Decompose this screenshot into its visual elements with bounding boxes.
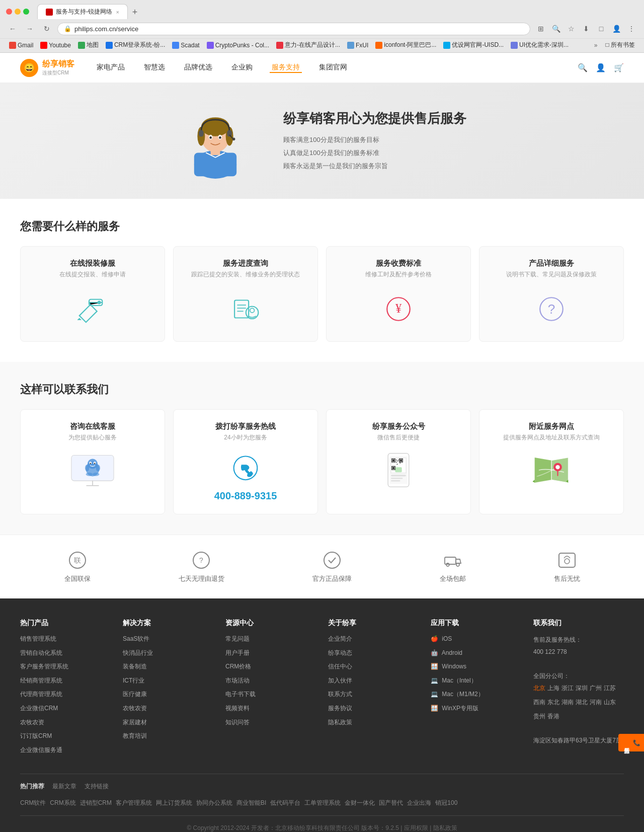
new-tab-button[interactable]: + (128, 5, 142, 19)
footer-link[interactable]: 用户手册 (225, 648, 316, 659)
zoom-icon[interactable]: 🔍 (549, 22, 562, 35)
forward-button[interactable]: → (23, 22, 36, 35)
bookmark-maps[interactable]: 地图 (75, 40, 102, 50)
footer-link[interactable]: CRM价格 (225, 661, 316, 672)
contact-card-hotline[interactable]: 拨打纷享服务热线 24小时为您服务 400-889-9315 (173, 409, 318, 514)
city-beijing[interactable]: 北京 (533, 682, 545, 694)
bookmark-yili[interactable]: 意力-在线产品设计... (273, 40, 343, 50)
footer-link[interactable]: SaaS软件 (123, 634, 213, 645)
nav-brand-premium[interactable]: 品牌优选 (182, 63, 214, 73)
float-service-button[interactable]: 📞 售后服务 (618, 734, 644, 751)
footer-link[interactable]: 农牧农资 (20, 717, 111, 728)
bookmark-scadat[interactable]: Scadat (169, 41, 202, 50)
footer-link-ios[interactable]: 🍎 iOS (431, 634, 521, 645)
contact-card-stores[interactable]: 附近服务网点 提供服务网点及地址及联系方式查询 (479, 409, 624, 514)
city-dongbei[interactable]: 东北 (547, 696, 559, 708)
footer-link[interactable]: 快消品行业 (123, 648, 213, 659)
footer-link[interactable]: ICT行业 (123, 675, 213, 687)
bookmark-uisdc[interactable]: 优设网官网-UISD... (440, 40, 507, 50)
nav-smart-select[interactable]: 智慧选 (142, 63, 167, 73)
footer-link[interactable]: 企业简介 (328, 634, 419, 645)
footer-link[interactable]: 服务协议 (328, 703, 419, 714)
city-guizhou[interactable]: 贵州 (533, 710, 545, 722)
city-zhejiang[interactable]: 浙江 (561, 682, 574, 694)
city-guangzhou[interactable]: 广州 (590, 682, 602, 694)
footer-link[interactable]: 经销商管理系统 (20, 675, 111, 687)
footer-link[interactable]: 常见问题 (225, 634, 316, 645)
city-shanghai[interactable]: 上海 (547, 682, 559, 694)
bookmark-icon[interactable]: ☆ (565, 22, 578, 35)
seo-link-overseas[interactable]: 企业出海 (407, 799, 431, 807)
contact-card-online[interactable]: 咨询在线客服 为您提供贴心服务 (20, 409, 165, 514)
footer-link-android[interactable]: 🤖 Android (431, 648, 521, 659)
seo-link-sales100[interactable]: 销冠100 (435, 799, 457, 807)
maximize-dot[interactable] (23, 9, 29, 15)
nav-group[interactable]: 集团官网 (317, 63, 349, 73)
footer-link[interactable]: 市场活动 (225, 675, 316, 687)
footer-link[interactable]: 销售管理系统 (20, 634, 111, 645)
bookmark-all[interactable]: □ 所有书签 (602, 40, 638, 50)
footer-link[interactable]: 医疗健康 (123, 689, 213, 700)
footer-link-mac-m1[interactable]: 💻 Mac（M1/M2） (431, 689, 521, 700)
seo-link-order-system[interactable]: 网上订货系统 (156, 799, 192, 807)
reload-button[interactable]: ↻ (40, 22, 53, 35)
footer-link[interactable]: 客户服务管理系统 (20, 661, 111, 672)
footer-link[interactable]: 电子书下载 (225, 689, 316, 700)
footer-link[interactable]: 教育培训 (123, 731, 213, 742)
service-card-product[interactable]: 产品详细服务 说明书下载、常见问题及保修政策 ? (479, 246, 624, 342)
city-jiangsu[interactable]: 江苏 (604, 682, 616, 694)
extension-icon[interactable]: □ (595, 22, 608, 35)
user-icon[interactable]: 👤 (596, 63, 606, 73)
footer-link[interactable]: 联系方式 (328, 689, 419, 700)
nav-enterprise[interactable]: 企业购 (229, 63, 255, 73)
close-dot[interactable] (6, 9, 12, 15)
seo-link-crm-software[interactable]: CRM软件 (20, 799, 46, 807)
service-card-fee[interactable]: 服务收费标准 维修工时及配件参考价格 ¥ (326, 246, 471, 342)
footer-link[interactable]: 营销自动化系统 (20, 648, 111, 659)
active-tab[interactable]: 服务与支持-锐捷网络 × (37, 4, 128, 19)
bookmark-fxui[interactable]: FxUI (344, 41, 371, 50)
footer-link-mac-intel[interactable]: 💻 Mac（Intel） (431, 675, 521, 687)
seo-link-crm-lite[interactable]: 进销型CRM (80, 799, 112, 807)
seo-link-oa[interactable]: 协同办公系统 (196, 799, 232, 807)
footer-link[interactable]: 代理商管理系统 (20, 689, 111, 700)
footer-link[interactable]: 农牧农资 (123, 703, 213, 714)
bookmark-gmail[interactable]: Gmail (6, 41, 36, 50)
footer-link[interactable]: 知识问答 (225, 717, 316, 728)
seo-link-customer-mgmt[interactable]: 客户管理系统 (116, 799, 152, 807)
city-hubei[interactable]: 湖北 (576, 696, 588, 708)
footer-link[interactable]: 企业微信服务通 (20, 745, 111, 756)
bottom-link-support[interactable]: 支持链接 (85, 782, 109, 791)
bottom-link-latest[interactable]: 最新文章 (52, 782, 76, 791)
bookmark-ui[interactable]: UI优化需求-深圳... (508, 40, 572, 50)
service-card-progress[interactable]: 服务进度查询 跟踪已提交的安装、维修业务的受理状态 (173, 246, 318, 342)
footer-link-winxp[interactable]: 🪟 WinXP专用版 (431, 703, 521, 714)
city-hunan[interactable]: 湖南 (561, 696, 574, 708)
nav-home-appliances[interactable]: 家电产品 (95, 63, 127, 73)
seo-link-domestic[interactable]: 国产替代 (379, 799, 403, 807)
bookmarks-more[interactable]: » (592, 41, 600, 50)
seo-link-finance[interactable]: 金财一体化 (345, 799, 375, 807)
footer-link-windows[interactable]: 🪟 Windows (431, 661, 521, 672)
bookmark-youtube[interactable]: Youtube (37, 41, 74, 50)
footer-link[interactable]: 企业微信CRM (20, 703, 111, 714)
footer-link[interactable]: 纷享动态 (328, 648, 419, 659)
bottom-link-hot[interactable]: 热门推荐 (20, 782, 44, 791)
footer-link[interactable]: 隐私政策 (328, 717, 419, 728)
city-xinan[interactable]: 西南 (533, 696, 545, 708)
bookmark-iconfont[interactable]: iconfont-阿里巴巴... (372, 40, 439, 50)
city-henan[interactable]: 河南 (590, 696, 602, 708)
back-button[interactable]: ← (6, 22, 19, 35)
seo-link-bi[interactable]: 商业智能BI (236, 799, 266, 807)
profile-icon[interactable]: 👤 (610, 22, 623, 35)
seo-link-crm-system[interactable]: CRM系统 (50, 799, 75, 807)
download-icon[interactable]: ⬇ (580, 22, 593, 35)
footer-link[interactable]: 家居建材 (123, 717, 213, 728)
bookmark-cryptopunks[interactable]: CryptoPunks - Col... (204, 41, 272, 50)
service-card-repair[interactable]: 在线报装修服 在线提交报装、维修申请 (20, 246, 165, 342)
bookmark-crm[interactable]: CRM登录系统-纷... (103, 40, 168, 50)
cart-icon[interactable]: 🛒 (614, 63, 624, 73)
nav-service[interactable]: 服务支持 (270, 63, 302, 73)
footer-link[interactable]: 加入伙伴 (328, 675, 419, 687)
logo[interactable]: 😄 纷享销客 连接型CRM (20, 59, 74, 77)
